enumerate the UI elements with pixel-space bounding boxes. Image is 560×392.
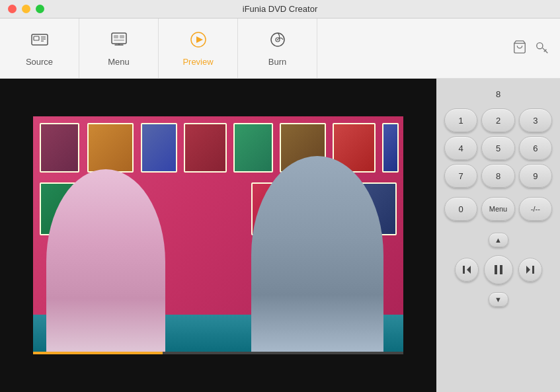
svg-rect-23 (495, 265, 497, 274)
numpad-8[interactable]: 8 (481, 164, 514, 188)
content-area: 8 1 2 3 4 5 6 7 8 9 0 Menu -/-- (0, 79, 560, 392)
window-title: iFunia DVD Creator (243, 4, 317, 14)
minimize-button[interactable] (22, 5, 30, 13)
cart-button[interactable] (512, 40, 527, 58)
person-left (46, 169, 165, 354)
svg-rect-1 (34, 36, 39, 40)
app-container: Source Menu (0, 19, 560, 392)
numpad-1[interactable]: 1 (444, 108, 477, 132)
window-controls (8, 5, 44, 13)
video-area (0, 79, 436, 392)
burn-icon (268, 30, 287, 53)
numpad-5[interactable]: 5 (481, 136, 514, 160)
numpad-3[interactable]: 3 (519, 108, 552, 132)
source-icon (30, 30, 49, 53)
svg-rect-7 (120, 35, 124, 38)
progress-bar-fill (33, 352, 163, 354)
transport-row (455, 255, 542, 284)
tab-preview[interactable]: Preview (159, 19, 238, 78)
svg-point-17 (537, 42, 543, 48)
tab-source[interactable]: Source (0, 19, 79, 78)
numpad-6[interactable]: 6 (519, 136, 552, 160)
svg-marker-21 (467, 266, 471, 274)
transport-down-area: ▼ (489, 292, 508, 307)
numpad-9[interactable]: 9 (519, 164, 552, 188)
svg-rect-24 (500, 265, 502, 274)
numpad-2[interactable]: 2 (481, 108, 514, 132)
tab-burn[interactable]: Burn (238, 19, 317, 78)
control-panel: 8 1 2 3 4 5 6 7 8 9 0 Menu -/-- (436, 79, 560, 392)
up-arrow-button[interactable]: ▲ (489, 233, 508, 247)
numpad-4[interactable]: 4 (444, 136, 477, 160)
key-button[interactable] (535, 40, 549, 58)
numpad-dash[interactable]: -/-- (519, 197, 552, 221)
title-bar: iFunia DVD Creator (0, 0, 560, 19)
menu-icon (110, 30, 128, 53)
svg-marker-25 (526, 266, 530, 274)
chapter-display: 8 (496, 89, 500, 99)
numpad-bottom: 0 Menu -/-- (444, 197, 552, 221)
prev-button[interactable] (455, 258, 479, 282)
tab-menu[interactable]: Menu (79, 19, 159, 78)
video-frame (33, 116, 403, 354)
svg-rect-5 (112, 33, 126, 44)
play-pause-button[interactable] (484, 255, 513, 284)
preview-icon (189, 30, 208, 53)
svg-marker-12 (196, 36, 203, 43)
tab-preview-label: Preview (182, 57, 213, 67)
tab-burn-label: Burn (268, 57, 286, 67)
toolbar: Source Menu (0, 19, 560, 79)
maximize-button[interactable] (36, 5, 44, 13)
svg-rect-6 (114, 35, 118, 38)
svg-rect-26 (532, 266, 534, 274)
svg-line-20 (544, 50, 545, 52)
tab-source-label: Source (26, 57, 53, 67)
person-right (251, 156, 383, 354)
next-button[interactable] (518, 258, 542, 282)
transport-up-area: ▲ (489, 233, 508, 247)
down-arrow-button[interactable]: ▼ (489, 292, 508, 307)
toolbar-tabs: Source Menu (0, 19, 317, 78)
numpad: 1 2 3 4 5 6 7 8 9 (444, 108, 552, 188)
progress-bar[interactable] (33, 352, 403, 354)
close-button[interactable] (8, 5, 17, 13)
numpad-0[interactable]: 0 (444, 197, 477, 221)
numpad-menu[interactable]: Menu (481, 197, 514, 221)
toolbar-actions (512, 40, 549, 58)
svg-rect-22 (463, 266, 465, 274)
video-background (33, 116, 403, 354)
svg-line-19 (545, 49, 547, 50)
tab-menu-label: Menu (108, 57, 130, 67)
svg-rect-8 (114, 40, 124, 41)
numpad-7[interactable]: 7 (444, 164, 477, 188)
